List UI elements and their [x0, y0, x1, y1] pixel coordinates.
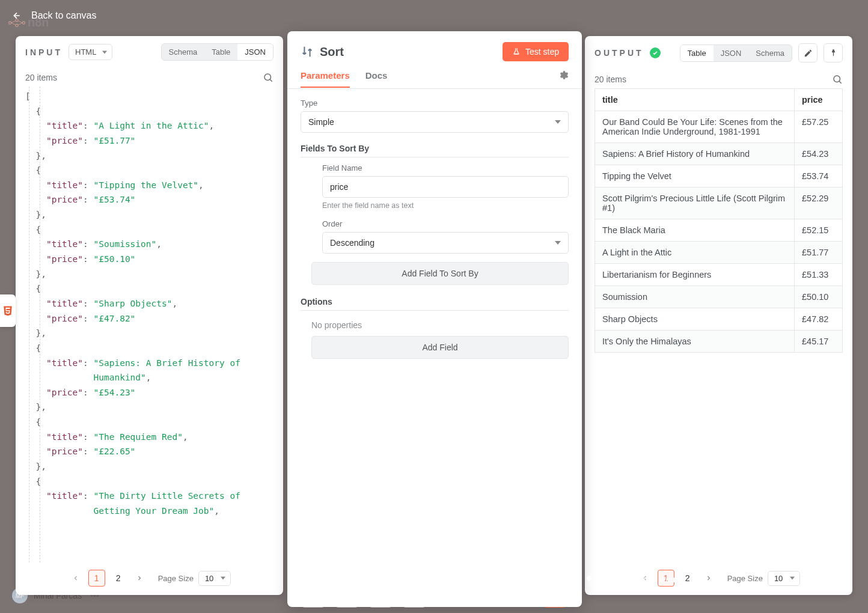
wish-feedback[interactable]: I wish this node would...	[585, 575, 852, 584]
table-row[interactable]: Soumission£50.10	[595, 286, 843, 308]
table-row[interactable]: Sapiens: A Brief History of Humankind£54…	[595, 143, 843, 165]
success-indicator	[650, 47, 661, 58]
table-row[interactable]: Scott Pilgrim's Precious Little Life (Sc…	[595, 188, 843, 219]
back-to-canvas[interactable]: Back to canvas	[12, 10, 97, 21]
fields-to-sort-label: Fields To Sort By	[301, 144, 569, 157]
wish-text: I wish this node would...	[599, 575, 689, 584]
chevron-right-icon	[136, 575, 143, 582]
node-title: Sort	[320, 45, 497, 59]
search-icon[interactable]	[832, 74, 843, 85]
input-tab-table[interactable]: Table	[204, 44, 237, 60]
lightbulb-icon	[585, 575, 593, 584]
next-page[interactable]	[132, 570, 147, 587]
cell-title: Sapiens: A Brief History of Humankind	[595, 143, 795, 165]
page-size-label: Page Size	[158, 574, 194, 583]
page-1[interactable]: 1	[88, 570, 105, 587]
cell-title: Scott Pilgrim's Precious Little Life (Sc…	[595, 188, 795, 219]
cell-price: £53.74	[795, 165, 843, 188]
check-icon	[652, 50, 658, 56]
cell-title: Our Band Could Be Your Life: Scenes from…	[595, 111, 795, 143]
type-select[interactable]: Simple	[301, 111, 569, 133]
table-row[interactable]: Tipping the Velvet£53.74	[595, 165, 843, 188]
col-price[interactable]: price	[795, 89, 843, 111]
cell-title: It's Only the Himalayas	[595, 331, 795, 353]
input-tab-json[interactable]: JSON	[237, 44, 273, 60]
cell-price: £50.10	[795, 286, 843, 308]
settings-gear[interactable]	[558, 70, 569, 88]
search-icon[interactable]	[263, 72, 274, 83]
svg-point-5	[834, 76, 840, 82]
field-name-label: Field Name	[322, 163, 569, 172]
cell-price: £52.29	[795, 188, 843, 219]
input-format-select[interactable]: HTML	[69, 44, 112, 60]
html-tag-icon	[2, 305, 13, 317]
cell-title: Sharp Objects	[595, 308, 795, 331]
cell-price: £54.23	[795, 143, 843, 165]
page-size-select[interactable]: 10	[198, 571, 231, 586]
col-title[interactable]: title	[595, 89, 795, 111]
sort-icon	[301, 45, 314, 58]
table-row[interactable]: Libertarianism for Beginners£51.33	[595, 264, 843, 286]
side-html-tab[interactable]	[0, 294, 16, 327]
cell-title: The Black Maria	[595, 219, 795, 242]
table-row[interactable]: A Light in the Attic£51.77	[595, 242, 843, 264]
arrow-left-icon	[12, 11, 22, 20]
cell-title: Soumission	[595, 286, 795, 308]
no-properties-text: No properties	[301, 317, 569, 330]
input-panel: INPUT HTML Schema Table JSON 20 items [ …	[16, 36, 283, 595]
order-label: Order	[322, 219, 569, 228]
table-row[interactable]: It's Only the Himalayas£45.17	[595, 331, 843, 353]
input-view-tabs: Schema Table JSON	[161, 43, 274, 61]
cell-price: £51.77	[795, 242, 843, 264]
output-panel: OUTPUT Table JSON Schema 20 items	[585, 36, 852, 595]
output-view-tabs: Table JSON Schema	[680, 44, 792, 62]
output-tab-schema[interactable]: Schema	[748, 45, 792, 61]
cell-price: £51.33	[795, 264, 843, 286]
type-label: Type	[301, 99, 569, 108]
node-config-panel: Sort Test step Parameters Docs Type Simp…	[287, 31, 582, 607]
field-name-input[interactable]	[322, 176, 569, 198]
options-label: Options	[301, 297, 569, 311]
pin-output-button[interactable]	[824, 43, 843, 63]
test-step-button[interactable]: Test step	[503, 42, 569, 61]
prev-page[interactable]	[68, 570, 84, 587]
field-name-hint: Enter the field name as text	[322, 201, 569, 210]
tab-docs[interactable]: Docs	[365, 70, 388, 88]
chevron-left-icon	[72, 575, 79, 582]
tab-parameters[interactable]: Parameters	[301, 70, 350, 88]
output-tab-json[interactable]: JSON	[714, 45, 749, 61]
input-tab-schema[interactable]: Schema	[162, 44, 205, 60]
cell-title: Tipping the Velvet	[595, 165, 795, 188]
page-2[interactable]: 2	[110, 570, 127, 587]
cell-title: Libertarianism for Beginners	[595, 264, 795, 286]
gear-icon	[558, 70, 569, 81]
cell-price: £47.82	[795, 308, 843, 331]
pin-icon	[829, 49, 838, 58]
back-label: Back to canvas	[31, 10, 97, 21]
svg-point-4	[264, 74, 271, 81]
output-items-count: 20 items	[594, 75, 626, 84]
output-title: OUTPUT	[594, 48, 644, 58]
order-select[interactable]: Descending	[322, 232, 569, 254]
table-row[interactable]: Sharp Objects£47.82	[595, 308, 843, 331]
add-field-button[interactable]: Add Field	[311, 336, 569, 359]
table-row[interactable]: The Black Maria£52.15	[595, 219, 843, 242]
add-field-to-sort-button[interactable]: Add Field To Sort By	[311, 262, 569, 285]
flask-icon	[512, 47, 521, 56]
cell-price: £57.25	[795, 111, 843, 143]
edit-output-button[interactable]	[798, 43, 818, 63]
input-title: INPUT	[25, 47, 63, 57]
cell-price: £45.17	[795, 331, 843, 353]
output-tab-table[interactable]: Table	[680, 45, 714, 61]
input-items-count: 20 items	[25, 73, 57, 82]
input-pagination: 1 2 Page Size 10	[16, 563, 283, 595]
pencil-icon	[804, 49, 813, 58]
test-step-label: Test step	[525, 47, 559, 56]
cell-price: £52.15	[795, 219, 843, 242]
table-row[interactable]: Our Band Could Be Your Life: Scenes from…	[595, 111, 843, 143]
input-json-viewer[interactable]: [ { "title": "A Light in the Attic", "pr…	[16, 87, 283, 563]
output-table: title price Our Band Could Be Your Life:…	[594, 88, 843, 353]
cell-title: A Light in the Attic	[595, 242, 795, 264]
